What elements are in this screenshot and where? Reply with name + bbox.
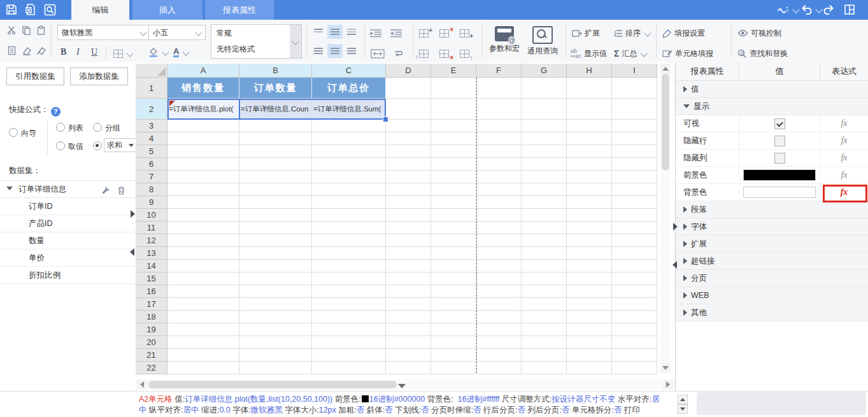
grid-cell-B20[interactable] — [239, 336, 312, 349]
grid-cell-H14[interactable] — [567, 260, 612, 272]
row-header-9[interactable]: 9 — [136, 196, 167, 209]
grid-cell-H7[interactable] — [567, 171, 612, 183]
grid-cell-B8[interactable] — [239, 183, 312, 196]
row-header-21[interactable]: 21 — [136, 349, 167, 362]
grid-cell-G5[interactable] — [522, 145, 567, 158]
fx-button[interactable]: fx — [841, 136, 847, 146]
grid-cell-G12[interactable] — [522, 234, 567, 247]
grid-cell-G6[interactable] — [522, 158, 567, 171]
grid-cell-F17[interactable] — [476, 298, 522, 311]
dataset-field-折扣比例[interactable]: 折扣比例 — [0, 267, 136, 284]
grid-cell-A10[interactable] — [167, 209, 239, 222]
font-color-button[interactable]: A — [173, 45, 189, 59]
grid-cell-E17[interactable] — [431, 298, 476, 311]
grid-cell-A16[interactable] — [167, 285, 239, 298]
fill-color-button[interactable] — [148, 45, 168, 59]
grid-cell-E1[interactable] — [431, 78, 476, 99]
grid-cell-E6[interactable] — [431, 158, 476, 171]
panel-collapse-right-icon[interactable] — [131, 210, 135, 218]
visual-control-button[interactable]: 可视控制 — [737, 26, 781, 40]
grid-cell-B16[interactable] — [239, 285, 312, 298]
italic-button[interactable]: I — [76, 45, 80, 59]
font-family-select[interactable]: 微软雅黑 — [57, 25, 150, 40]
halign-center-button[interactable] — [327, 44, 343, 58]
border-button[interactable] — [113, 46, 132, 60]
hide-row-checkbox[interactable] — [774, 136, 785, 146]
grid-cell-A5[interactable] — [167, 145, 239, 158]
row-header-1[interactable]: 1 — [136, 78, 167, 99]
grid-cell-D11[interactable] — [386, 222, 431, 234]
grid-cell-G8[interactable] — [522, 183, 567, 196]
grid-cell-E14[interactable] — [431, 260, 476, 272]
grid-cell-D3[interactable] — [386, 120, 431, 132]
grid-cell-D14[interactable] — [386, 260, 431, 272]
grid-cell-I6[interactable] — [612, 158, 657, 171]
grid-cell-I14[interactable] — [612, 260, 657, 272]
grid-cell-I8[interactable] — [612, 183, 657, 196]
grid-cell-D15[interactable] — [386, 272, 431, 285]
grid-cell-I19[interactable] — [612, 323, 657, 336]
grid-cell-F7[interactable] — [476, 171, 522, 183]
delete-dataset-icon[interactable] — [117, 184, 125, 201]
fill-settings-button[interactable]: 填报设置 — [662, 26, 705, 40]
help-icon[interactable]: ? — [51, 107, 60, 117]
grid-cell-I20[interactable] — [612, 336, 657, 349]
row-header-22[interactable]: 22 — [136, 362, 167, 374]
grid-cell-C16[interactable] — [312, 285, 386, 298]
grid-cell-A19[interactable] — [167, 323, 239, 336]
summary-button[interactable]: Σ 汇总 — [614, 46, 646, 60]
format-listbox-scroll[interactable] — [290, 25, 301, 58]
column-header-B[interactable]: B — [239, 64, 312, 78]
grid-cell-B15[interactable] — [239, 272, 312, 285]
grid-cell-C19[interactable] — [312, 323, 386, 336]
grid-cell-C4[interactable] — [312, 132, 386, 145]
grid-cell-C12[interactable] — [312, 234, 386, 247]
grid-cell-H9[interactable] — [567, 196, 612, 209]
general-query-button[interactable]: 通用查询 — [525, 22, 560, 59]
insert-cell-up-icon[interactable]: ↑ — [460, 46, 469, 60]
grid-cell-F22[interactable] — [476, 362, 522, 374]
save-icon[interactable] — [4, 2, 19, 17]
grid-cell-C15[interactable] — [312, 272, 386, 285]
grid-cell-H1[interactable] — [567, 78, 612, 99]
grid-cell-H19[interactable] — [567, 323, 612, 336]
grid-cell-C3[interactable] — [312, 120, 386, 132]
undo-icon[interactable] — [799, 2, 814, 17]
row-header-8[interactable]: 8 — [136, 183, 167, 196]
grid-cell-A12[interactable] — [167, 234, 239, 247]
grid-cell-D2[interactable] — [386, 99, 431, 120]
grid-cell-I2[interactable] — [612, 99, 657, 120]
grid-cell-D4[interactable] — [386, 132, 431, 145]
window-layout-icon[interactable] — [842, 2, 857, 17]
grid-cell-E21[interactable] — [431, 349, 476, 362]
grid-cell-B6[interactable] — [239, 158, 312, 171]
grid-cell-B13[interactable] — [239, 247, 312, 260]
grid-cell-F5[interactable] — [476, 145, 522, 158]
grid-cell-I5[interactable] — [612, 145, 657, 158]
grid-cell-C1[interactable]: 订单总价 — [312, 78, 386, 99]
grid-cell-G11[interactable] — [522, 222, 567, 234]
grid-cell-D22[interactable] — [386, 362, 431, 374]
grid-cell-E22[interactable] — [431, 362, 476, 374]
delete-row-icon[interactable]: × — [439, 26, 449, 40]
grid-cell-G4[interactable] — [522, 132, 567, 145]
row-header-16[interactable]: 16 — [136, 285, 167, 298]
paste-icon[interactable] — [36, 25, 46, 36]
grid-cell-G22[interactable] — [522, 362, 567, 374]
row-header-2[interactable]: 2 — [136, 99, 167, 120]
grid-cell-D19[interactable] — [386, 323, 431, 336]
grid-cell-C2[interactable]: =订单详细信息.Sum( — [312, 99, 386, 120]
grid-cell-D12[interactable] — [386, 234, 431, 247]
grid-cell-A22[interactable] — [167, 362, 239, 374]
grid-cell-B11[interactable] — [239, 222, 312, 234]
section-字体[interactable]: 字体 — [676, 218, 868, 236]
grid-cell-B10[interactable] — [239, 209, 312, 222]
radio-value[interactable]: 取值 — [56, 141, 83, 152]
grid-cell-E16[interactable] — [431, 285, 476, 298]
grid-cell-C18[interactable] — [312, 311, 386, 323]
reference-dataset-button[interactable]: 引用数据集 — [6, 67, 64, 85]
eraser-icon[interactable] — [21, 45, 32, 56]
grid-cell-I16[interactable] — [612, 285, 657, 298]
grid-cell-H5[interactable] — [567, 145, 612, 158]
scroll-right-button[interactable] — [663, 380, 672, 389]
